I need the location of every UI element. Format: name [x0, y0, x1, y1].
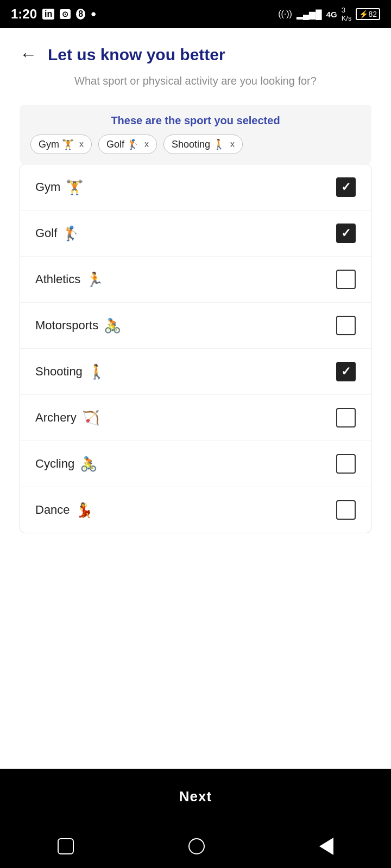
battery-icon: ⚡82 [356, 8, 380, 20]
tag-label-shooting: Shooting 🚶 [172, 138, 225, 150]
sport-label-athletics: Athletics 🏃 [35, 271, 103, 288]
sport-label-shooting: Shooting 🚶 [35, 363, 105, 380]
selected-tag-shooting[interactable]: Shooting 🚶x [163, 135, 243, 154]
checkbox-dance[interactable] [336, 500, 356, 520]
sport-label-cycling: Cycling 🚴 [35, 456, 97, 473]
back-button[interactable]: ← [20, 44, 37, 65]
tag-label-golf: Golf 🏌️ [106, 138, 139, 150]
sport-item-shooting[interactable]: Shooting 🚶 [20, 349, 371, 395]
status-left: 1:20 in ⊙ 8 • [11, 5, 96, 23]
4g-icon: 4G [326, 10, 337, 19]
sport-emoji-dance: 💃 [75, 502, 93, 519]
checkbox-golf[interactable] [336, 224, 356, 243]
data-speed-icon: 3K/s [342, 6, 352, 22]
page-subtitle: What sport or physical activity are you … [20, 73, 371, 88]
status-bar: 1:20 in ⊙ 8 • ((·)) ▂▄▆█ 4G 3K/s ⚡82 [0, 0, 391, 28]
camera-icon: ⊙ [60, 9, 71, 19]
checkbox-motorsports[interactable] [336, 316, 356, 335]
selected-section: These are the sport you selected Gym 🏋️x… [20, 105, 371, 164]
checkbox-cycling[interactable] [336, 454, 356, 474]
header-row: ← Let us know you better [20, 44, 371, 65]
sport-emoji-athletics: 🏃 [86, 271, 103, 288]
selected-tags: Gym 🏋️xGolf 🏌️xShooting 🚶x [30, 135, 361, 154]
dot-icon: • [91, 5, 96, 23]
selected-tag-golf[interactable]: Golf 🏌️x [98, 135, 157, 154]
sport-item-cycling[interactable]: Cycling 🚴 [20, 441, 371, 487]
sports-list: Gym 🏋️ Golf 🏌️ Athletics 🏃 Motorsports 🚴 [20, 164, 371, 533]
bottom-nav [0, 825, 391, 868]
sport-item-dance[interactable]: Dance 💃 [20, 487, 371, 533]
linkedin-icon: in [42, 9, 54, 20]
sport-item-athletics[interactable]: Athletics 🏃 [20, 257, 371, 303]
sport-emoji-motorsports: 🚴 [104, 317, 121, 334]
sport-emoji-gym: 🏋️ [66, 179, 83, 196]
next-button[interactable]: Next [20, 778, 371, 815]
wifi-icon: ((·)) [278, 9, 292, 19]
nav-home-icon[interactable] [188, 838, 205, 854]
sport-item-archery[interactable]: Archery 🏹 [20, 395, 371, 441]
nav-square-icon[interactable] [58, 838, 74, 854]
sport-emoji-archery: 🏹 [82, 410, 99, 426]
sport-emoji-shooting: 🚶 [88, 363, 105, 380]
checkbox-archery[interactable] [336, 408, 356, 427]
selected-label: These are the sport you selected [30, 114, 361, 127]
sport-item-gym[interactable]: Gym 🏋️ [20, 164, 371, 210]
sport-label-golf: Golf 🏌️ [35, 225, 80, 242]
status-time: 1:20 [11, 7, 37, 22]
checkbox-athletics[interactable] [336, 270, 356, 289]
page-title: Let us know you better [48, 46, 225, 64]
sport-label-archery: Archery 🏹 [35, 410, 99, 426]
sport-emoji-cycling: 🚴 [80, 456, 97, 473]
status-right: ((·)) ▂▄▆█ 4G 3K/s ⚡82 [278, 6, 380, 22]
sport-label-gym: Gym 🏋️ [35, 179, 83, 196]
checkbox-gym[interactable] [336, 177, 356, 197]
nav-back-icon[interactable] [319, 838, 333, 855]
tag-remove-gym[interactable]: x [79, 139, 84, 149]
sport-item-motorsports[interactable]: Motorsports 🚴 [20, 303, 371, 349]
sport-emoji-golf: 🏌️ [62, 225, 80, 242]
selected-tag-gym[interactable]: Gym 🏋️x [30, 135, 92, 154]
sport-item-golf[interactable]: Golf 🏌️ [20, 210, 371, 257]
checkbox-shooting[interactable] [336, 362, 356, 381]
eight-icon: 8 [76, 9, 85, 20]
tag-remove-golf[interactable]: x [144, 139, 149, 149]
tag-label-gym: Gym 🏋️ [39, 138, 74, 150]
sport-label-motorsports: Motorsports 🚴 [35, 317, 121, 334]
tag-remove-shooting[interactable]: x [230, 139, 235, 149]
signal-icon: ▂▄▆█ [297, 9, 322, 20]
main-content: ← Let us know you better What sport or p… [0, 28, 391, 769]
sport-label-dance: Dance 💃 [35, 502, 93, 519]
next-button-container: Next [0, 769, 391, 825]
